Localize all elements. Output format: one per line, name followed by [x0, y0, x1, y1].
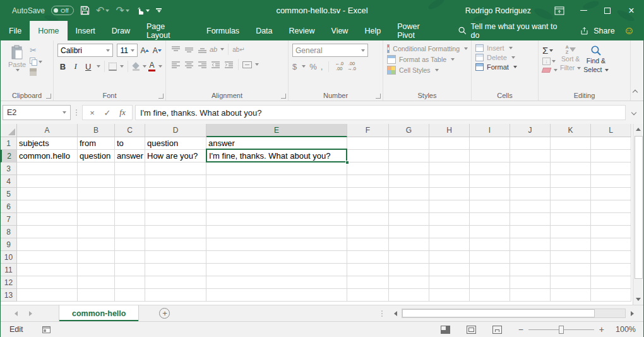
collapse-ribbon-button[interactable] — [633, 90, 638, 95]
scroll-down-button[interactable] — [633, 294, 643, 305]
redo-dropdown-caret[interactable] — [126, 9, 129, 12]
fill-color-caret[interactable] — [143, 65, 146, 68]
cell-J7[interactable] — [510, 213, 551, 226]
active-cell-editor[interactable]: I'm fine, thanks. What about you? — [206, 149, 347, 162]
cell-L6[interactable] — [591, 200, 631, 213]
cell-F5[interactable] — [347, 188, 389, 200]
accounting-format-button[interactable]: $ — [292, 62, 297, 71]
italic-button[interactable]: I — [70, 61, 81, 72]
touch-mode-caret[interactable] — [146, 9, 150, 12]
cell-C11[interactable] — [115, 264, 145, 276]
cell-C5[interactable] — [115, 188, 145, 200]
zoom-percentage[interactable]: 100% — [611, 325, 636, 334]
cell-D8[interactable] — [145, 226, 206, 238]
increase-font-size-button[interactable]: A — [140, 45, 150, 56]
cell-C3[interactable] — [115, 162, 145, 175]
column-header-H[interactable]: H — [429, 124, 470, 137]
tab-file[interactable]: File — [1, 21, 30, 40]
number-dialog-launcher[interactable] — [376, 94, 381, 99]
cell-F13[interactable] — [347, 289, 389, 302]
autosum-button[interactable]: Σ — [542, 46, 558, 55]
cell-D4[interactable] — [145, 175, 206, 188]
font-size-select[interactable]: 11 — [117, 44, 138, 57]
cell-J5[interactable] — [510, 188, 551, 200]
cell-G9[interactable] — [389, 238, 429, 251]
merge-center-caret[interactable] — [255, 63, 259, 66]
wrap-text-button[interactable]: ab↵ — [232, 46, 245, 53]
underline-button[interactable]: U — [83, 61, 93, 72]
cell-F8[interactable] — [347, 226, 389, 238]
cell-D13[interactable] — [145, 289, 206, 302]
cell-H6[interactable] — [429, 200, 470, 213]
tab-draw[interactable]: Draw — [104, 21, 138, 40]
cell-J6[interactable] — [510, 200, 551, 213]
cell-K3[interactable] — [551, 162, 591, 175]
cell-B9[interactable] — [78, 238, 115, 251]
undo-button[interactable]: ↶ — [96, 4, 109, 18]
cell-L5[interactable] — [591, 188, 631, 200]
column-header-K[interactable]: K — [551, 124, 591, 137]
fill-color-button[interactable] — [132, 63, 140, 71]
zoom-in-button[interactable]: + — [599, 325, 604, 334]
paste-button[interactable]: Paste — [4, 44, 30, 90]
cell-G8[interactable] — [389, 226, 429, 238]
cell-L10[interactable] — [591, 251, 631, 264]
cell-H7[interactable] — [429, 213, 470, 226]
cell-L12[interactable] — [591, 276, 631, 289]
cell-J10[interactable] — [510, 251, 551, 264]
column-header-A[interactable]: A — [17, 124, 78, 137]
cell-A5[interactable] — [17, 188, 78, 200]
cell-D1[interactable]: question — [145, 137, 206, 150]
cell-H4[interactable] — [429, 175, 470, 188]
expand-formula-bar-button[interactable] — [628, 111, 640, 114]
format-cells-button[interactable]: Format — [475, 63, 535, 71]
page-layout-view-button[interactable] — [467, 326, 476, 334]
column-header-J[interactable]: J — [510, 124, 551, 137]
scroll-right-button[interactable] — [627, 309, 637, 319]
cell-H13[interactable] — [429, 289, 470, 302]
clear-button[interactable] — [542, 68, 558, 73]
row-header-5[interactable]: 5 — [1, 188, 17, 200]
insert-function-button[interactable]: fx — [116, 107, 129, 118]
page-break-preview-button[interactable] — [492, 326, 502, 334]
cell-J8[interactable] — [510, 226, 551, 238]
cell-C9[interactable] — [115, 238, 145, 251]
cell-E10[interactable] — [206, 251, 347, 264]
cell-D5[interactable] — [145, 188, 206, 200]
increase-decimal-button[interactable]: ←.0.00 — [335, 61, 343, 72]
cell-C6[interactable] — [115, 200, 145, 213]
cell-C13[interactable] — [115, 289, 145, 302]
column-header-C[interactable]: C — [115, 124, 145, 137]
cell-B2[interactable]: question — [78, 150, 115, 162]
cell-E11[interactable] — [206, 264, 347, 276]
cell-K4[interactable] — [551, 175, 591, 188]
borders-button[interactable] — [109, 63, 116, 71]
cell-B6[interactable] — [78, 200, 115, 213]
cell-F9[interactable] — [347, 238, 389, 251]
cell-B1[interactable]: from — [78, 137, 115, 150]
cell-D10[interactable] — [145, 251, 206, 264]
scroll-left-button[interactable] — [390, 309, 400, 319]
conditional-formatting-button[interactable]: Conditional Formatting — [387, 44, 468, 53]
cell-F7[interactable] — [347, 213, 389, 226]
align-left-button[interactable] — [170, 59, 181, 70]
cell-K13[interactable] — [551, 289, 591, 302]
tab-formulas[interactable]: Formulas — [198, 21, 247, 40]
row-header-12[interactable]: 12 — [1, 276, 17, 289]
cell-H8[interactable] — [429, 226, 470, 238]
row-header-2[interactable]: 2 — [1, 150, 17, 162]
cell-A3[interactable] — [17, 162, 78, 175]
cell-I12[interactable] — [470, 276, 510, 289]
cell-G13[interactable] — [389, 289, 429, 302]
cell-I13[interactable] — [470, 289, 510, 302]
cell-J4[interactable] — [510, 175, 551, 188]
cell-C7[interactable] — [115, 213, 145, 226]
cell-E7[interactable] — [206, 213, 347, 226]
cell-K10[interactable] — [551, 251, 591, 264]
cell-E13[interactable] — [206, 289, 347, 302]
cell-I6[interactable] — [470, 200, 510, 213]
cell-A6[interactable] — [17, 200, 78, 213]
cell-E4[interactable] — [206, 175, 347, 188]
align-middle-button[interactable] — [183, 44, 194, 55]
cell-E1[interactable]: answer — [206, 137, 347, 150]
